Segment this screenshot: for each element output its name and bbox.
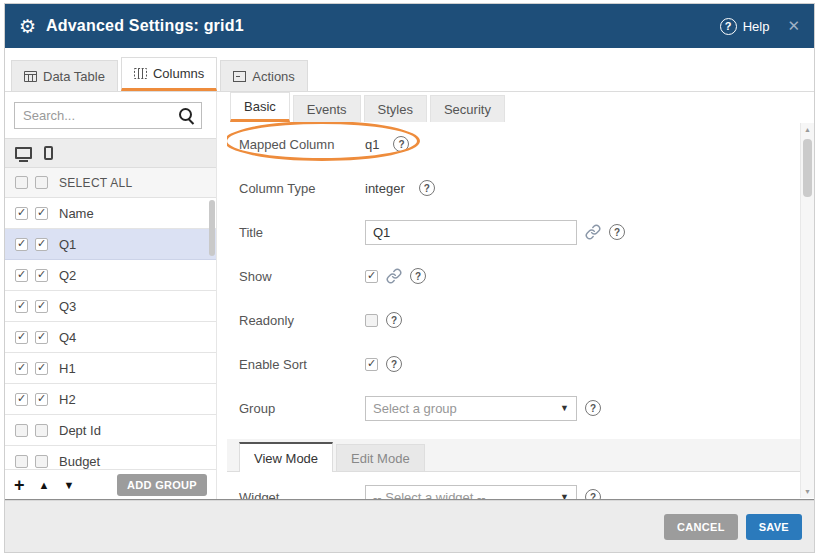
tab-data-table[interactable]: Data Table	[11, 60, 118, 91]
column-name: H1	[59, 361, 76, 376]
columns-list: Name Q1 Q2 Q3	[5, 198, 216, 469]
advanced-settings-dialog: ⚙ Advanced Settings: grid1 ? Help ✕ Data…	[4, 3, 815, 553]
list-item[interactable]: Dept Id	[5, 415, 216, 446]
bind-link-icon[interactable]	[585, 224, 601, 240]
list-item[interactable]: Budget	[5, 446, 216, 469]
select-all-desktop-checkbox[interactable]	[15, 176, 28, 189]
tab-view-mode[interactable]: View Mode	[239, 442, 333, 472]
help-icon[interactable]: ?	[386, 356, 402, 372]
desktop-checkbox[interactable]	[15, 362, 28, 375]
search-icon[interactable]	[178, 107, 195, 124]
mobile-checkbox[interactable]	[35, 238, 48, 251]
help-icon[interactable]: ?	[609, 224, 625, 240]
group-select-value: Select a group	[373, 401, 457, 416]
field-show: Show ?	[239, 263, 784, 289]
mobile-icon	[44, 146, 53, 160]
group-select[interactable]: Select a group ▼	[365, 396, 577, 421]
list-item[interactable]: Q2	[5, 260, 216, 291]
bind-link-icon[interactable]	[386, 268, 402, 284]
dialog-body: SELECT ALL Name Q1 Q2	[5, 92, 814, 500]
search-input[interactable]	[14, 102, 202, 129]
mobile-checkbox[interactable]	[35, 300, 48, 313]
mapped-column-value: q1	[365, 137, 379, 152]
help-icon[interactable]: ?	[585, 400, 601, 416]
list-scrollbar-thumb[interactable]	[209, 200, 215, 256]
widget-select[interactable]: -- Select a widget -- ▼	[365, 485, 577, 500]
mobile-checkbox[interactable]	[35, 455, 48, 468]
move-down-button[interactable]: ▼	[63, 479, 74, 491]
column-name: Name	[59, 206, 94, 221]
tab-styles[interactable]: Styles	[364, 95, 427, 122]
chevron-down-icon: ▼	[560, 492, 569, 499]
column-name: Q4	[59, 330, 76, 345]
detail-tab-bar: Basic Events Styles Security	[227, 92, 814, 122]
help-button[interactable]: ? Help	[720, 18, 770, 35]
mobile-checkbox[interactable]	[35, 207, 48, 220]
list-item[interactable]: Name	[5, 198, 216, 229]
scrollbar-thumb[interactable]	[803, 139, 812, 197]
desktop-checkbox[interactable]	[15, 393, 28, 406]
help-icon[interactable]: ?	[393, 136, 409, 152]
desktop-checkbox[interactable]	[15, 424, 28, 437]
list-item[interactable]: Q4	[5, 322, 216, 353]
mobile-checkbox[interactable]	[35, 393, 48, 406]
desktop-checkbox[interactable]	[15, 331, 28, 344]
title-input[interactable]	[365, 220, 577, 245]
scrollbar[interactable]: ▲ ▼	[800, 123, 814, 498]
show-checkbox[interactable]	[365, 270, 378, 283]
tab-security[interactable]: Security	[430, 95, 505, 122]
field-column-type: Column Type integer ?	[239, 175, 784, 201]
list-item[interactable]: H2	[5, 384, 216, 415]
help-icon[interactable]: ?	[585, 489, 601, 499]
desktop-checkbox[interactable]	[15, 300, 28, 313]
desktop-checkbox[interactable]	[15, 238, 28, 251]
mode-tab-bar: View Mode Edit Mode	[227, 439, 814, 472]
actions-icon	[233, 71, 246, 82]
help-icon[interactable]: ?	[386, 312, 402, 328]
add-group-button[interactable]: ADD GROUP	[117, 474, 207, 496]
data-table-icon	[24, 71, 37, 82]
list-item[interactable]: Q1	[5, 229, 216, 260]
move-up-button[interactable]: ▲	[39, 479, 50, 491]
search-box	[14, 102, 202, 129]
save-button[interactable]: SAVE	[746, 514, 802, 540]
dialog-header: ⚙ Advanced Settings: grid1 ? Help ✕	[5, 4, 814, 48]
list-item[interactable]: Q3	[5, 291, 216, 322]
mobile-checkbox[interactable]	[35, 362, 48, 375]
help-icon[interactable]: ?	[410, 268, 426, 284]
tab-columns[interactable]: Columns	[121, 57, 217, 91]
field-label: Enable Sort	[239, 357, 365, 372]
cancel-button[interactable]: CANCEL	[664, 514, 738, 540]
tab-label: Data Table	[43, 69, 105, 84]
mobile-checkbox[interactable]	[35, 424, 48, 437]
field-title: Title ?	[239, 219, 784, 245]
list-item[interactable]: H1	[5, 353, 216, 384]
scroll-up-icon[interactable]: ▲	[801, 126, 814, 133]
help-icon: ?	[720, 18, 737, 35]
desktop-checkbox[interactable]	[15, 455, 28, 468]
column-name: Q3	[59, 299, 76, 314]
field-label: Mapped Column	[239, 137, 365, 152]
help-icon[interactable]: ?	[419, 180, 435, 196]
help-label: Help	[743, 19, 770, 34]
add-column-button[interactable]: +	[14, 476, 25, 494]
field-label: Widget	[239, 490, 365, 500]
enable-sort-checkbox[interactable]	[365, 358, 378, 371]
tab-actions[interactable]: Actions	[220, 60, 308, 91]
columns-list-panel: SELECT ALL Name Q1 Q2	[5, 92, 217, 499]
select-all-mobile-checkbox[interactable]	[35, 176, 48, 189]
scroll-down-icon[interactable]: ▼	[801, 488, 814, 495]
tab-edit-mode[interactable]: Edit Mode	[336, 444, 425, 471]
field-widget: Widget -- Select a widget -- ▼ ?	[239, 484, 784, 499]
desktop-checkbox[interactable]	[15, 269, 28, 282]
mobile-checkbox[interactable]	[35, 331, 48, 344]
mobile-checkbox[interactable]	[35, 269, 48, 282]
tab-events[interactable]: Events	[293, 95, 361, 122]
close-icon[interactable]: ✕	[787, 17, 800, 35]
tab-basic[interactable]: Basic	[230, 92, 290, 122]
desktop-checkbox[interactable]	[15, 207, 28, 220]
column-name: Q2	[59, 268, 76, 283]
readonly-checkbox[interactable]	[365, 314, 378, 327]
field-label: Group	[239, 401, 365, 416]
select-all-row[interactable]: SELECT ALL	[5, 168, 216, 198]
